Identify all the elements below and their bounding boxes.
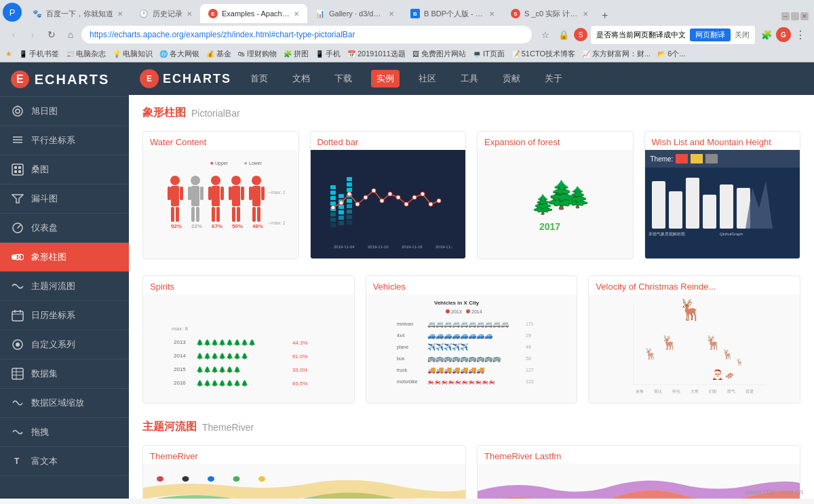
bookmark-more[interactable]: 📂6个... [655, 47, 688, 60]
menu-icon[interactable]: ⋮ [792, 26, 809, 43]
card-themeriver[interactable]: ThemeRiver [142, 445, 466, 499]
card-reindeer[interactable]: Velocity of Christmas Reinde... 🦌 🦌 🦌 [588, 275, 800, 404]
bookmark-dongfang[interactable]: 📈东方财富网：财... [579, 47, 653, 60]
tab-close-4[interactable]: ✕ [489, 10, 495, 18]
browser-chrome: P 🐾 百度一下，你就知道 ✕ 🕐 历史记录 ✕ E Examples - Ap… [0, 0, 814, 62]
sidebar-item-parallel[interactable]: 平行坐标系 [0, 126, 129, 155]
echarts-logo-area[interactable]: E ECHARTS [140, 69, 231, 88]
svg-text:2019-11-22: 2019-11-22 [435, 245, 452, 249]
svg-text:171: 171 [526, 322, 534, 326]
bookmark-pintu[interactable]: 🧩拼图 [281, 47, 311, 60]
nav-xiazai[interactable]: 下载 [329, 70, 357, 88]
svg-text:幻影: 幻影 [709, 389, 717, 393]
sidebar-item-custom[interactable]: 自定义系列 [0, 330, 129, 360]
nav-gongju[interactable]: 工具 [455, 70, 484, 88]
svg-text:48%: 48% [252, 223, 263, 229]
bookmark-star-icon[interactable]: ☆ [537, 26, 554, 43]
tab-echarts[interactable]: E Examples - Apache EC... ✕ [200, 4, 307, 23]
bookmark-licai[interactable]: 🛍理财购物 [235, 47, 279, 60]
tab-close-5[interactable]: ✕ [583, 10, 588, 18]
shield-icon[interactable]: 🔒 [556, 26, 572, 43]
close-win-btn[interactable]: ✕ [800, 12, 809, 20]
sidebar-item-themeriver[interactable]: 主题河流图 [0, 272, 129, 301]
bookmark-51cto[interactable]: 📝51CTO技术博客 [509, 47, 578, 60]
tab-close-2[interactable]: ✕ [294, 10, 299, 18]
svg-text:喷气: 喷气 [727, 389, 735, 393]
bookmark-shouji-shujian[interactable]: 📱手机书签 [16, 47, 62, 60]
bookmark-xuanti[interactable]: 📅20191011选题 [345, 47, 408, 60]
svg-rect-61 [252, 186, 260, 206]
sidebar-item-calendar[interactable]: 日历坐标系 [0, 301, 129, 330]
echarts-logo-circle: E [140, 69, 159, 88]
svg-point-0 [13, 106, 22, 116]
sidebar-item-funnel[interactable]: 漏斗图 [0, 185, 129, 214]
maximize-btn[interactable] [791, 12, 799, 20]
theme-swatch-yellow[interactable] [691, 154, 703, 163]
nav-shequ[interactable]: 社区 [413, 70, 442, 88]
sidebar-item-datazoom[interactable]: 数据区域缩放 [0, 389, 129, 418]
new-tab-btn[interactable]: + [596, 9, 613, 22]
sidebar-label-gauge: 仪表盘 [31, 222, 118, 234]
sidebar-item-richtext[interactable]: T 富文本 [0, 447, 129, 476]
nav-shili[interactable]: 实例 [371, 70, 400, 88]
svg-point-100 [339, 201, 343, 205]
bookmark-jijin[interactable]: 💰基金 [204, 47, 234, 60]
theme-swatch-dark[interactable] [705, 154, 718, 163]
bookmark-tupian[interactable]: 🖼免费图片网站 [410, 47, 469, 60]
extensions-icon[interactable]: 🧩 [758, 26, 775, 43]
tab-baidu[interactable]: 🐾 百度一下，你就知道 ✕ [24, 4, 131, 23]
refresh-btn[interactable]: ↻ [43, 26, 60, 43]
bookmark-diannao-zazhi[interactable]: 📰电脑杂志 [63, 47, 109, 60]
tab-close-3[interactable]: ✕ [389, 10, 394, 18]
nav-guanyu[interactable]: 关于 [539, 70, 568, 88]
bookmark-wangyin[interactable]: 🌐各大网银 [157, 47, 202, 60]
sidebar-label-pictorial: 象形柱图 [31, 251, 118, 263]
svg-point-179 [157, 476, 163, 482]
theme-swatch-red[interactable] [676, 154, 688, 163]
card-dotted-bar[interactable]: Dotted bar 2019-11-04 2019-11-10 2019-11… [310, 131, 467, 259]
account-avatar[interactable]: G [776, 27, 791, 42]
svg-point-109 [412, 195, 416, 199]
sidebar-item-pictorial[interactable]: 象形柱图 [0, 243, 129, 272]
svg-rect-79 [330, 201, 336, 206]
svg-text:🏍🏍🏍🏍🏍🏍🏍🏍🏍🏍: 🏍🏍🏍🏍🏍🏍🏍🏍🏍🏍 [427, 378, 495, 385]
nav-gongxian[interactable]: 贡献 [497, 70, 526, 88]
card-spirits[interactable]: Spirits max: 8 2013 🌲🌲🌲🌲🌲🌲🌲🌲 44.3% 201 [142, 275, 355, 404]
search-baidu-icon[interactable]: S [574, 28, 587, 41]
address-input[interactable] [81, 26, 532, 43]
svg-text:🚚🚚🚚🚚🚚🚚🚚: 🚚🚚🚚🚚🚚🚚🚚 [427, 366, 485, 374]
forward-btn[interactable]: › [24, 26, 41, 43]
svg-text:🦌: 🦌 [735, 357, 744, 366]
bookmark-itye[interactable]: 💻IT页面 [470, 47, 507, 60]
tab-bdp[interactable]: B B BDP个人版 - 零个|超数... ✕ [402, 4, 503, 23]
svg-text:🚐🚐🚐🚐🚐🚐🚐🚐🚐🚐: 🚐🚐🚐🚐🚐🚐🚐🚐🚐🚐 [427, 319, 509, 328]
bookmark-shouji[interactable]: 📱手机 [313, 47, 343, 60]
card-forest[interactable]: Expansion of forest 🌲 🌲 🌲 2017 [477, 131, 634, 259]
nav-wendang[interactable]: 文档 [287, 70, 315, 88]
card-vehicles[interactable]: Vehicles Vehicles in X City 2013 2014 mi… [366, 275, 578, 404]
card-wishlist[interactable]: Wish List and Mountain Height Theme: [644, 131, 801, 259]
sidebar-item-gauge[interactable]: 仪表盘 [0, 214, 129, 243]
tab-s[interactable]: S S _c0 实际 计划 完成率 _c... ✕ [503, 4, 596, 23]
tab-close-1[interactable]: ✕ [187, 10, 192, 18]
bookmark-diannao-zhishi[interactable]: 💡电脑知识 [110, 47, 155, 60]
minimize-btn[interactable]: ─ [781, 12, 790, 20]
sidebar-item-drag[interactable]: 拖拽 [0, 418, 129, 447]
tab-close-0[interactable]: ✕ [117, 10, 123, 18]
svg-point-142 [466, 309, 470, 313]
translate-btn[interactable]: 网页翻译 [690, 28, 731, 41]
home-btn[interactable]: ⌂ [62, 26, 79, 43]
svg-text:2014: 2014 [471, 309, 482, 314]
tab-gallery[interactable]: 📊 Gallery · d3/d3 Wiki · G... ✕ [307, 4, 402, 23]
nav-shouye[interactable]: 首页 [245, 70, 273, 88]
themeriver-cards: ThemeRiver [142, 445, 800, 499]
sidebar-item-xuri[interactable]: 旭日图 [0, 97, 129, 126]
card-water-content[interactable]: Water Content ■Upper ■Lower [142, 131, 299, 259]
sidebar-item-dataset[interactable]: 数据集 [0, 360, 129, 389]
sidebar-item-sankey[interactable]: 桑图 [0, 155, 129, 185]
svg-rect-48 [208, 187, 212, 200]
translate-close-btn[interactable]: 关闭 [735, 30, 750, 40]
back-btn[interactable]: ‹ [5, 26, 22, 43]
profile-icon[interactable]: P [3, 3, 22, 22]
tab-history[interactable]: 🕐 历史记录 ✕ [131, 4, 200, 23]
